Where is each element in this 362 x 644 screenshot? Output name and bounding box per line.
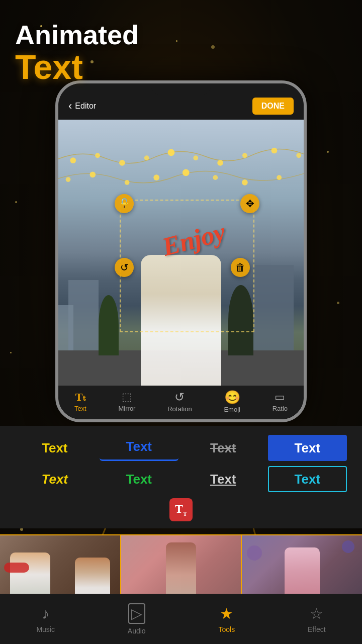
- text-style-green-label: Text: [126, 472, 152, 487]
- back-arrow-icon: ‹: [68, 100, 72, 113]
- text-style-blue-underline[interactable]: Text: [100, 435, 179, 461]
- delete-handle-icon[interactable]: 🗑: [231, 258, 250, 277]
- emoji-icon: 😊: [224, 391, 240, 404]
- toolbar-ratio-label: Ratio: [273, 405, 288, 412]
- add-text-area: TT: [15, 498, 347, 521]
- header-section: Animated Text: [15, 20, 139, 84]
- mirror-icon: ⬚: [122, 392, 132, 403]
- text-style-outline-label: Text: [294, 472, 320, 487]
- toolbar-item-ratio[interactable]: ▭ Ratio: [273, 392, 288, 412]
- toolbar-item-rotation[interactable]: ↺ Rotation: [167, 391, 192, 413]
- text-style-cyan-outline[interactable]: Text: [268, 466, 347, 492]
- text-style-white-on-blue[interactable]: Text: [268, 435, 347, 461]
- music-label: Music: [36, 625, 55, 633]
- editor-label: Editor: [75, 102, 96, 111]
- effect-icon: ☆: [310, 605, 323, 622]
- text-style-whitebg-label: Text: [294, 440, 320, 456]
- text-styles-grid: Text Text Text Text Text Text Text Text: [15, 435, 347, 492]
- nav-effect[interactable]: ☆ Effect: [308, 605, 326, 633]
- text-style-underline[interactable]: Text: [184, 466, 263, 492]
- photo-area: Enjoy 🔓 ✥ ↺ 🗑: [58, 120, 304, 386]
- phone-notch: [151, 83, 211, 95]
- text-style-yellow2-label: Text: [42, 472, 68, 487]
- add-text-icon: TT: [175, 502, 187, 518]
- toolbar-mirror-label: Mirror: [119, 405, 136, 412]
- back-button[interactable]: ‹ Editor: [68, 100, 96, 113]
- done-button[interactable]: DONE: [252, 98, 294, 115]
- text-styles-panel: Text Text Text Text Text Text Text Text …: [0, 426, 362, 528]
- text-style-blue-label: Text: [126, 439, 152, 454]
- effect-label: Effect: [308, 625, 326, 633]
- text-style-strikethrough[interactable]: Text: [184, 435, 263, 461]
- text-style-strikethrough-label: Text: [210, 440, 236, 456]
- text-style-underline-label: Text: [210, 472, 236, 487]
- toolbar-item-text[interactable]: Tₜ Text: [74, 392, 86, 412]
- photo-scene: Enjoy 🔓 ✥ ↺ 🗑: [58, 120, 304, 386]
- music-icon: ♪: [42, 605, 49, 622]
- nav-music[interactable]: ♪ Music: [36, 605, 55, 633]
- bottom-nav: ♪ Music ▷ Audio ★ Tools ☆ Effect: [0, 594, 362, 644]
- header-line2: Text: [15, 50, 139, 84]
- nav-audio[interactable]: ▷ Audio: [128, 603, 146, 635]
- phone-mockup: ‹ Editor DONE: [55, 80, 307, 422]
- toolbar-item-mirror[interactable]: ⬚ Mirror: [119, 392, 136, 412]
- ratio-icon: ▭: [275, 392, 285, 403]
- toolbar-rotation-label: Rotation: [167, 405, 192, 413]
- text-style-yellow-italic[interactable]: Text: [15, 466, 95, 492]
- audio-icon: ▷: [128, 603, 145, 624]
- toolbar: Tₜ Text ⬚ Mirror ↺ Rotation 😊 Emoji ▭: [58, 386, 304, 419]
- text-tool-icon: Tₜ: [75, 392, 85, 403]
- toolbar-item-emoji[interactable]: 😊 Emoji: [224, 391, 240, 413]
- text-style-yellow[interactable]: Text: [15, 435, 95, 461]
- toolbar-text-label: Text: [74, 405, 86, 412]
- text-style-green[interactable]: Text: [100, 466, 179, 492]
- toolbar-emoji-label: Emoji: [224, 406, 240, 413]
- rotation-icon: ↺: [174, 391, 185, 403]
- text-style-yellow-label: Text: [42, 440, 68, 456]
- toolbar-items: Tₜ Text ⬚ Mirror ↺ Rotation 😊 Emoji ▭: [58, 391, 304, 413]
- phone-screen: ‹ Editor DONE: [58, 83, 304, 419]
- add-text-button[interactable]: TT: [169, 498, 193, 521]
- nav-tools[interactable]: ★ Tools: [218, 605, 235, 633]
- tools-icon: ★: [220, 605, 233, 622]
- audio-label: Audio: [128, 627, 146, 635]
- tools-label: Tools: [218, 625, 235, 633]
- header-line1: Animated: [15, 20, 139, 50]
